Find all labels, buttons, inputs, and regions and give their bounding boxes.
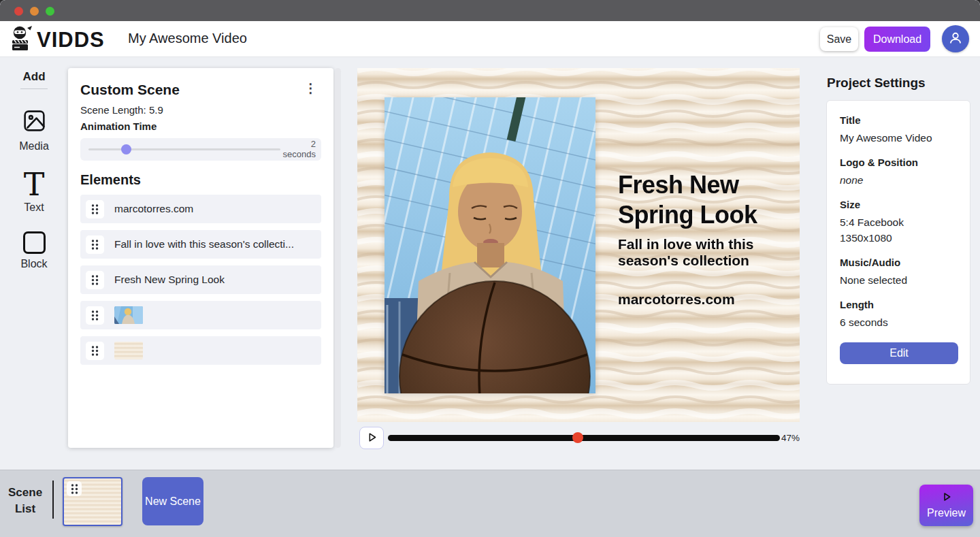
sidebar-item-media[interactable]: Media	[10, 108, 59, 152]
add-tool-rail: Add Media T Text Block	[0, 57, 68, 270]
slider-value: 2 seconds	[283, 139, 316, 159]
project-settings-heading: Project Settings	[827, 76, 926, 91]
minimize-window-button[interactable]	[30, 7, 39, 16]
element-row-headline[interactable]: Fresh New Spring Look	[80, 265, 321, 294]
custom-scene-panel: Custom Scene ⋮ Scene Length: 5.9 Animati…	[68, 68, 333, 448]
titlebar	[0, 0, 980, 21]
app-header: VIDDS My Awesome Video Save Download	[0, 21, 980, 57]
drag-handle-icon[interactable]	[86, 200, 104, 218]
download-button[interactable]: Download	[864, 27, 930, 52]
animation-time-slider[interactable]: 2 seconds	[80, 138, 321, 161]
block-icon	[23, 231, 46, 254]
settings-size-value: 5:4 Facebook 1350x1080	[840, 214, 957, 246]
preview-button[interactable]: Preview	[919, 485, 973, 526]
progress-percent: 47%	[781, 433, 800, 443]
ninja-clapperboard-icon	[10, 26, 33, 54]
add-label: Add	[20, 70, 48, 89]
drag-handle-icon[interactable]	[86, 342, 104, 360]
project-title: My Awesome Video	[128, 31, 247, 46]
new-scene-button[interactable]: New Scene	[142, 477, 203, 525]
scene-title: Custom Scene	[80, 82, 180, 98]
slider-track[interactable]	[88, 148, 280, 150]
scene-length-text: Scene Length: 5.9	[80, 104, 321, 116]
sidebar-item-text[interactable]: T Text	[10, 172, 59, 214]
account-avatar-button[interactable]	[942, 25, 969, 52]
settings-audio-value: None selected	[840, 272, 957, 288]
element-row-texture[interactable]	[80, 336, 321, 365]
scene-options-kebab-icon[interactable]: ⋮	[300, 82, 321, 95]
image-icon	[22, 124, 47, 135]
animation-time-label: Animation Time	[80, 120, 321, 132]
seek-bar[interactable]	[388, 435, 780, 441]
scene-photo	[385, 97, 595, 393]
app-window: VIDDS My Awesome Video Save Download Add	[0, 0, 980, 537]
slider-thumb[interactable]	[121, 144, 131, 154]
panel-scrollbar[interactable]	[335, 68, 341, 448]
settings-size-label: Size	[840, 199, 957, 210]
logo-wordmark: VIDDS	[37, 28, 105, 52]
seek-handle[interactable]	[572, 432, 583, 443]
element-label: Fall in love with this season's collecti…	[114, 238, 294, 250]
settings-logo-value: none	[840, 172, 957, 188]
texture-thumbnail	[114, 342, 143, 359]
sidebar-item-block[interactable]: Block	[10, 231, 59, 270]
edit-settings-button[interactable]: Edit	[840, 342, 958, 364]
project-settings-card: Title My Awesome Video Logo & Position n…	[826, 100, 970, 385]
scene-website: marcotorres.com	[618, 291, 791, 308]
play-icon	[366, 432, 378, 445]
element-label: marcotorres.com	[114, 203, 193, 215]
scene-headline: Fresh New Spring Look	[618, 170, 791, 230]
video-canvas[interactable]: Fresh New Spring Look Fall in love with …	[357, 68, 800, 422]
app-logo[interactable]: VIDDS	[10, 26, 105, 54]
element-label: Fresh New Spring Look	[114, 274, 225, 286]
drag-handle-icon[interactable]	[86, 235, 104, 254]
zoom-window-button[interactable]	[46, 7, 54, 16]
preview-label: Preview	[927, 507, 966, 519]
settings-logo-label: Logo & Position	[840, 157, 957, 168]
settings-title-value: My Awesome Video	[840, 130, 957, 146]
user-icon	[947, 29, 964, 49]
close-window-button[interactable]	[14, 7, 23, 16]
settings-length-label: Length	[840, 299, 957, 310]
settings-audio-label: Music/Audio	[840, 257, 957, 268]
play-button[interactable]	[359, 427, 384, 449]
play-icon	[941, 491, 952, 505]
scene-text-block: Fresh New Spring Look Fall in love with …	[618, 170, 791, 308]
scene-list-bar: Scene List New Scene Preview	[0, 470, 980, 537]
media-label: Media	[10, 140, 59, 152]
elements-heading: Elements	[80, 172, 321, 188]
photo-thumbnail	[114, 306, 143, 324]
text-icon: T	[10, 172, 59, 197]
settings-length-value: 6 seconds	[840, 314, 957, 330]
divider	[52, 481, 54, 519]
element-row-website[interactable]: marcotorres.com	[80, 195, 321, 223]
settings-title-label: Title	[840, 114, 957, 126]
drag-handle-icon[interactable]	[86, 271, 104, 289]
element-row-photo[interactable]	[80, 301, 321, 329]
text-label: Text	[10, 201, 59, 214]
scene-list-label: Scene List	[8, 485, 42, 517]
scene-subheadline: Fall in love with this season's collecti…	[618, 236, 791, 269]
drag-handle-icon[interactable]	[67, 481, 82, 496]
block-label: Block	[10, 258, 59, 270]
element-row-subheadline[interactable]: Fall in love with this season's collecti…	[80, 230, 321, 259]
drag-handle-icon[interactable]	[86, 306, 104, 325]
scene-thumbnail-selected[interactable]	[63, 477, 122, 526]
save-button[interactable]: Save	[820, 27, 858, 51]
